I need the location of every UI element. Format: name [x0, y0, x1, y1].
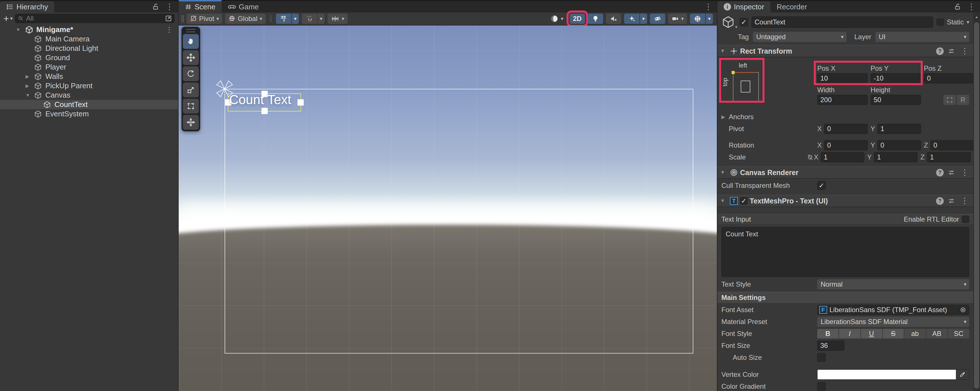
- static-checkbox[interactable]: [937, 18, 944, 26]
- italic-button[interactable]: I: [839, 329, 860, 338]
- overlay-drag-handle[interactable]: [186, 29, 196, 32]
- canvas-renderer-header[interactable]: ▼ Canvas Renderer ? ⋮: [718, 166, 973, 179]
- pick-window-icon[interactable]: [165, 15, 172, 22]
- search-input[interactable]: [26, 14, 162, 22]
- audio-mute-button[interactable]: [606, 14, 621, 24]
- tab-recorder[interactable]: Recorder: [770, 1, 813, 13]
- gameobject-icon[interactable]: ▾: [721, 15, 736, 29]
- rotation-z-field[interactable]: [931, 140, 973, 150]
- active-checkbox[interactable]: ✓: [740, 18, 748, 26]
- help-icon[interactable]: ?: [936, 47, 944, 55]
- snap-magnet-dropdown[interactable]: ▾: [318, 14, 325, 24]
- component-kebab-icon[interactable]: ⋮: [959, 197, 970, 205]
- unlock-icon[interactable]: [954, 3, 961, 11]
- rect-tool-button[interactable]: [183, 99, 199, 113]
- scene-menu-kebab-icon[interactable]: ⋮: [703, 3, 714, 11]
- scene-camera-button[interactable]: ▾: [668, 14, 687, 24]
- foldout-closed-icon[interactable]: ▶: [25, 83, 29, 89]
- add-object-button[interactable]: + ▾: [3, 13, 13, 24]
- tab-hierarchy[interactable]: Hierarchy: [0, 1, 54, 13]
- tab-scene[interactable]: Scene: [179, 1, 222, 13]
- view-hand-tool-button[interactable]: [183, 34, 199, 49]
- rect-transform-header[interactable]: ▼ Rect Transform ? ⋮: [718, 45, 973, 57]
- count-text-scene-label[interactable]: Count Text: [229, 92, 291, 107]
- move-tool-button[interactable]: [183, 50, 199, 65]
- object-picker-icon[interactable]: [958, 307, 967, 313]
- scale-tool-button[interactable]: [183, 83, 199, 97]
- bold-button[interactable]: B: [817, 329, 838, 338]
- underline-button[interactable]: U: [861, 329, 882, 338]
- grid-snap-button[interactable]: Y: [276, 14, 291, 24]
- chevron-down-icon[interactable]: ▾: [967, 19, 969, 25]
- tree-row[interactable]: ▼ Canvas: [0, 91, 178, 100]
- foldout-open-icon[interactable]: ▼: [25, 93, 30, 98]
- presets-icon[interactable]: [948, 169, 955, 176]
- component-kebab-icon[interactable]: ⋮: [959, 47, 970, 55]
- auto-size-checkbox[interactable]: [817, 353, 826, 362]
- scene-lighting-button[interactable]: [588, 14, 603, 24]
- pos-y-field[interactable]: [870, 73, 921, 83]
- gameobject-name-field[interactable]: [751, 16, 933, 28]
- pivot-mode-button[interactable]: Pivot ▾: [186, 14, 222, 24]
- tmp-enabled-checkbox[interactable]: ✓: [740, 197, 748, 204]
- component-kebab-icon[interactable]: ⋮: [959, 169, 970, 177]
- selection-handle-bottom[interactable]: [261, 108, 268, 114]
- blueprint-mode-button[interactable]: [943, 95, 956, 105]
- gizmos-button[interactable]: [690, 14, 705, 24]
- effects-button[interactable]: [624, 14, 640, 24]
- effects-dropdown[interactable]: ▾: [640, 14, 647, 24]
- vertex-color-swatch[interactable]: [817, 369, 969, 380]
- tree-row[interactable]: Player: [0, 62, 178, 72]
- hierarchy-search[interactable]: [15, 14, 175, 23]
- scale-y-field[interactable]: [874, 152, 918, 162]
- tab-game[interactable]: Game: [222, 1, 265, 13]
- main-settings-bar[interactable]: Main Settings: [718, 292, 973, 303]
- text-style-dropdown[interactable]: Normal ▾: [817, 279, 969, 289]
- link-off-icon[interactable]: [807, 153, 814, 161]
- uppercase-button[interactable]: AB: [926, 329, 947, 338]
- pos-x-field[interactable]: [817, 73, 868, 83]
- tree-row[interactable]: EventSystem: [0, 109, 178, 119]
- rotation-y-field[interactable]: [877, 140, 921, 150]
- smallcaps-button[interactable]: SC: [948, 329, 969, 338]
- pivot-x-field[interactable]: [824, 124, 868, 134]
- rotate-tool-button[interactable]: [183, 66, 199, 81]
- snap-magnet-button[interactable]: [302, 14, 317, 24]
- anchors-foldout-row[interactable]: ▶ Anchors: [721, 112, 969, 122]
- pos-z-field[interactable]: [924, 73, 973, 83]
- cull-checkbox[interactable]: ✓: [817, 181, 826, 190]
- tree-row[interactable]: ▶ PickUp Parent: [0, 81, 178, 91]
- height-field[interactable]: [870, 95, 921, 105]
- tree-row[interactable]: ▶ Walls: [0, 72, 178, 81]
- transform-tool-button[interactable]: [183, 115, 199, 130]
- scale-z-field[interactable]: [927, 152, 971, 162]
- scene-visibility-button[interactable]: [650, 14, 665, 24]
- eyedropper-icon[interactable]: [956, 370, 969, 379]
- toggle-2d-button[interactable]: 2D: [570, 14, 585, 24]
- selection-handle-right[interactable]: [298, 99, 304, 105]
- text-input-area[interactable]: Count Text: [721, 227, 969, 277]
- inspector-scrollbar[interactable]: ▲: [973, 13, 980, 391]
- scale-x-field[interactable]: [821, 152, 864, 162]
- gizmos-dropdown[interactable]: ▾: [706, 14, 713, 24]
- foldout-open-icon[interactable]: ▼: [720, 198, 728, 204]
- tree-row[interactable]: Main Camera: [0, 34, 178, 44]
- anchor-preset-widget[interactable]: left top: [723, 62, 763, 103]
- font-asset-field[interactable]: F LiberationSans SDF (TMP_Font Asset): [817, 305, 969, 315]
- snap-increment-button[interactable]: ▾: [328, 14, 348, 24]
- hierarchy-menu-kebab-icon[interactable]: ⋮: [164, 3, 175, 11]
- width-field[interactable]: [817, 95, 868, 105]
- rtl-checkbox[interactable]: [962, 215, 969, 223]
- foldout-open-icon[interactable]: ▼: [720, 48, 728, 54]
- lowercase-button[interactable]: ab: [904, 329, 926, 338]
- tag-dropdown[interactable]: Untagged ▾: [753, 32, 846, 42]
- scene-kebab-icon[interactable]: ⋮: [165, 25, 173, 34]
- strikethrough-button[interactable]: S: [883, 329, 904, 338]
- inspector-menu-kebab-icon[interactable]: ⋮: [966, 3, 977, 11]
- foldout-closed-icon[interactable]: ▶: [25, 74, 29, 79]
- material-preset-dropdown[interactable]: LiberationSans SDF Material ▾: [817, 317, 969, 327]
- unlock-icon[interactable]: [152, 3, 159, 11]
- tree-row-scene[interactable]: ▼ Minigame* ⋮: [0, 25, 178, 34]
- tree-row[interactable]: Ground: [0, 53, 178, 62]
- tree-row-selected[interactable]: CountText: [0, 100, 178, 109]
